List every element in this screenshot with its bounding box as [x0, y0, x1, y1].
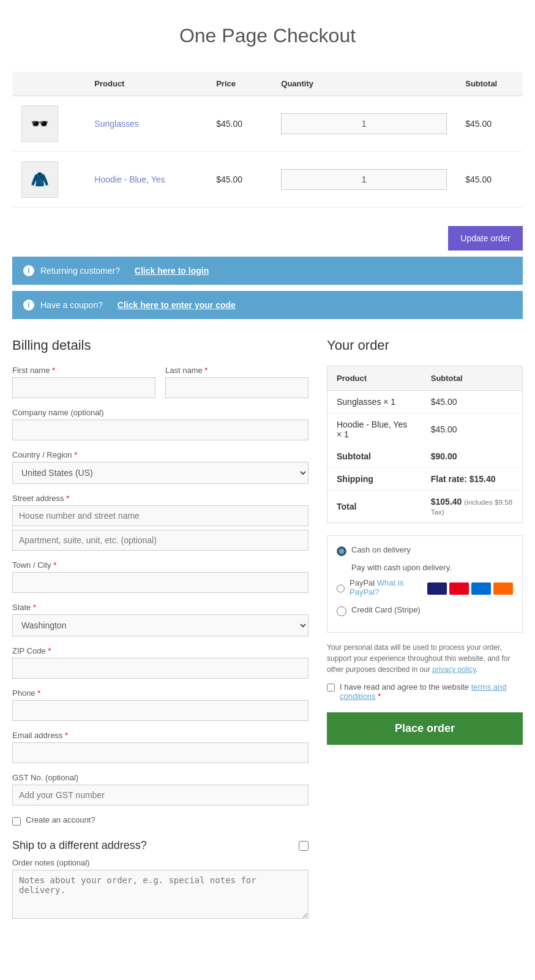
zip-label: ZIP Code * — [12, 646, 309, 655]
company-label: Company name (optional) — [12, 408, 309, 417]
summary-footer-value: $90.00 — [422, 445, 522, 468]
payment-label-row: Cash on delivery — [337, 545, 513, 557]
place-order-button[interactable]: Place order — [327, 712, 523, 745]
product-thumb: 🧥 — [21, 161, 58, 198]
order-summary-section: Your order Product Subtotal Sunglasses ×… — [327, 337, 523, 930]
summary-footer-value: $105.40 (includes $9.58 Tax) — [422, 491, 522, 523]
col-header-subtotal: Subtotal — [456, 72, 523, 96]
returning-customer-banner: i Returning customer? Click here to logi… — [12, 257, 523, 285]
apt-input[interactable] — [12, 530, 309, 551]
summary-item-name: Hoodie - Blue, Yes × 1 — [327, 413, 422, 446]
order-summary-title: Your order — [327, 337, 523, 353]
email-input[interactable] — [12, 742, 309, 763]
summary-item-subtotal: $45.00 — [422, 391, 522, 413]
payment-radio-stripe[interactable] — [337, 606, 346, 616]
paypal-icons — [427, 582, 513, 595]
city-input[interactable] — [12, 572, 309, 593]
qty-input[interactable] — [281, 169, 447, 190]
payment-radio-paypal[interactable] — [337, 584, 345, 594]
summary-row: Hoodie - Blue, Yes × 1$45.00 — [327, 413, 522, 446]
billing-title: Billing details — [12, 337, 309, 353]
state-select[interactable]: Washington California New York Texas Flo… — [12, 614, 309, 636]
cart-row: 🕶️ Sunglasses $45.00 $45.00 — [12, 96, 523, 152]
ship-different-checkbox[interactable] — [299, 841, 309, 851]
order-notes-textarea[interactable] — [12, 870, 309, 919]
summary-product-header: Product — [327, 366, 422, 391]
country-select[interactable]: United States (US) Canada United Kingdom… — [12, 462, 309, 484]
gst-input[interactable] — [12, 785, 309, 805]
terms-row: I have read and agree to the website ter… — [327, 682, 523, 703]
cart-row: 🧥 Hoodie - Blue, Yes $45.00 $45.00 — [12, 152, 523, 208]
page-title: One Page Checkout — [12, 24, 523, 47]
payment-box: Cash on delivery Pay with cash upon deli… — [327, 535, 523, 633]
info-icon-2: i — [23, 300, 34, 311]
coupon-banner: i Have a coupon? Click here to enter you… — [12, 291, 523, 319]
privacy-link[interactable]: privacy policy — [432, 665, 476, 674]
summary-footer-label: Total — [327, 491, 422, 523]
qty-input[interactable] — [281, 113, 447, 134]
payment-option-cod: Cash on delivery Pay with cash upon deli… — [337, 545, 513, 572]
update-order-button[interactable]: Update order — [448, 226, 523, 251]
login-link[interactable]: Click here to login — [135, 266, 209, 276]
payment-option-paypal: PayPal What is PayPal? — [337, 578, 513, 599]
state-label: State * — [12, 603, 309, 612]
returning-text: Returning customer? — [40, 266, 120, 276]
coupon-text: Have a coupon? — [40, 300, 103, 310]
payment-label-cod[interactable]: Cash on delivery — [351, 545, 411, 554]
product-link[interactable]: Hoodie - Blue, Yes — [94, 175, 165, 184]
summary-item-subtotal: $45.00 — [422, 413, 522, 446]
coupon-link[interactable]: Click here to enter your code — [118, 300, 236, 310]
summary-footer-value: Flat rate: $15.40 — [422, 468, 522, 491]
summary-footer-row: Subtotal$90.00 — [327, 445, 522, 468]
summary-footer-row: ShippingFlat rate: $15.40 — [327, 468, 522, 491]
first-name-label: First name * — [12, 366, 155, 375]
zip-input[interactable] — [12, 658, 309, 679]
payment-label-row: Credit Card (Stripe) — [337, 605, 513, 617]
info-icon: i — [23, 265, 34, 276]
city-label: Town / City * — [12, 560, 309, 570]
summary-footer-label: Shipping — [327, 468, 422, 491]
terms-label[interactable]: I have read and agree to the website ter… — [340, 682, 523, 701]
street-label: Street address * — [12, 494, 309, 503]
order-notes-label: Order notes (optional) — [12, 858, 309, 867]
cart-table: Product Price Quantity Subtotal 🕶️ Sungl… — [12, 72, 523, 208]
product-subtotal: $45.00 — [456, 96, 523, 152]
summary-subtotal-header: Subtotal — [422, 366, 522, 391]
order-summary-box: Product Subtotal Sunglasses × 1$45.00Hoo… — [327, 366, 523, 523]
create-account-label[interactable]: Create an account? — [26, 815, 95, 824]
billing-section: Billing details First name * Last name *… — [12, 337, 309, 930]
payment-option-stripe: Credit Card (Stripe) — [337, 605, 513, 617]
privacy-text: Your personal data will be used to proce… — [327, 642, 523, 675]
payment-radio-cod[interactable] — [337, 546, 346, 556]
payment-cod-desc: Pay with cash upon delivery. — [351, 563, 513, 572]
last-name-label: Last name * — [165, 366, 309, 375]
last-name-input[interactable] — [165, 377, 309, 398]
product-price: $45.00 — [207, 96, 272, 152]
payment-label-paypal[interactable]: PayPal What is PayPal? — [350, 578, 417, 597]
product-link[interactable]: Sunglasses — [94, 119, 138, 129]
terms-checkbox[interactable] — [327, 684, 335, 692]
summary-row: Sunglasses × 1$45.00 — [327, 391, 522, 413]
create-account-checkbox[interactable] — [12, 817, 21, 826]
street-input[interactable] — [12, 505, 309, 526]
ship-title: Ship to a different address? — [12, 839, 309, 852]
product-price: $45.00 — [207, 152, 272, 208]
phone-label: Phone * — [12, 688, 309, 698]
col-header-product: Product — [85, 72, 207, 96]
payment-label-row: PayPal What is PayPal? — [337, 578, 513, 599]
gst-label: GST No. (optional) — [12, 773, 309, 782]
paypal-what-link[interactable]: What is PayPal? — [350, 578, 403, 597]
col-header-quantity: Quantity — [272, 72, 456, 96]
phone-input[interactable] — [12, 700, 309, 721]
email-label: Email address * — [12, 731, 309, 740]
country-label: Country / Region * — [12, 450, 309, 459]
company-input[interactable] — [12, 420, 309, 440]
product-subtotal: $45.00 — [456, 152, 523, 208]
summary-item-name: Sunglasses × 1 — [327, 391, 422, 413]
summary-footer-row: Total$105.40 (includes $9.58 Tax) — [327, 491, 522, 523]
first-name-input[interactable] — [12, 377, 155, 398]
product-thumb: 🕶️ — [21, 105, 58, 142]
col-header-img — [12, 72, 85, 96]
payment-label-stripe[interactable]: Credit Card (Stripe) — [351, 605, 421, 614]
col-header-price: Price — [207, 72, 272, 96]
